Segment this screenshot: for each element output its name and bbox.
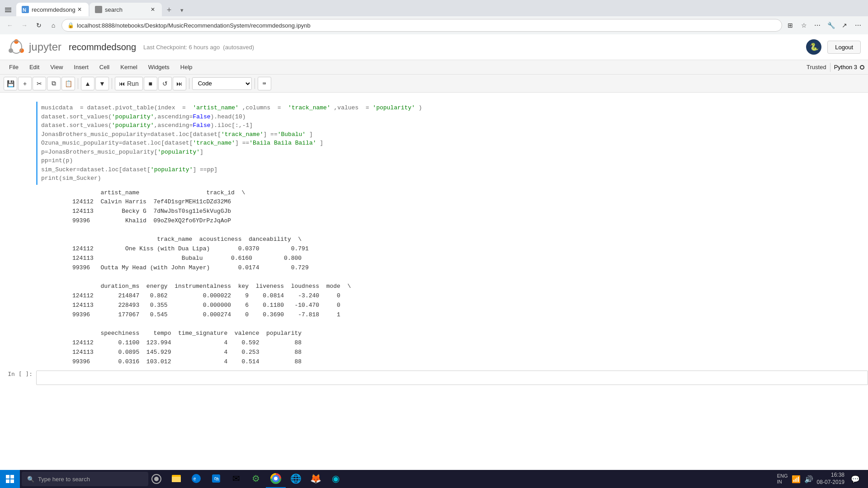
jupyter-logo-icon (7, 38, 25, 56)
start-button[interactable] (0, 470, 20, 488)
mail-icon: ✉ (232, 473, 240, 484)
notification-button[interactable]: 💬 (848, 470, 863, 488)
notebook-title[interactable]: recommdedsong (69, 42, 136, 52)
keyboard-shortcuts-button[interactable]: ⌨ (258, 77, 271, 90)
taskbar-search-bar[interactable]: 🔍 Type here to search (22, 472, 148, 486)
systray-wifi[interactable]: 📶 (792, 475, 801, 483)
taskbar-explorer-icon (171, 473, 182, 484)
reader-view-button[interactable]: ⊞ (784, 19, 797, 32)
paste-button[interactable]: 📋 (61, 77, 75, 90)
cell-type-select[interactable]: Code Markdown Raw NBConvert Heading (192, 77, 252, 90)
menu-divider (830, 63, 830, 72)
logout-button[interactable]: Logout (827, 41, 861, 54)
address-bar[interactable]: 🔒 localhost:8888/notebooks/Desktop/Music… (61, 19, 782, 32)
taskbar-right: ENGIN 📶 🔊 16:38 08-07-2019 💬 (777, 470, 868, 488)
stop-button[interactable]: ■ (144, 77, 157, 90)
taskbar-app-mail[interactable]: ✉ (226, 470, 246, 488)
home-button[interactable]: ⌂ (47, 19, 60, 32)
menu-edit[interactable]: Edit (24, 62, 45, 72)
svg-text:N: N (23, 7, 26, 13)
taskbar: 🔍 Type here to search e 🛍 (0, 470, 868, 488)
menu-insert[interactable]: Insert (68, 62, 94, 72)
app3-icon: ⚙ (252, 473, 260, 484)
taskbar-app-chrome[interactable] (266, 470, 286, 488)
taskbar-app-store[interactable]: 🛍 (206, 470, 226, 488)
share-button[interactable]: ↗ (838, 19, 851, 32)
firefox-icon: 🦊 (310, 473, 321, 484)
toolbar-sep-4 (255, 78, 255, 89)
taskbar-app-browser[interactable]: e (186, 470, 206, 488)
menu-file[interactable]: File (4, 62, 24, 72)
tab-close-search[interactable]: ✕ (149, 6, 156, 13)
toolbar-sep-1 (78, 78, 78, 89)
move-down-button[interactable]: ▼ (95, 77, 109, 90)
run-button[interactable]: ⏮Run (115, 77, 143, 90)
restart-run-button[interactable]: ⏭ (173, 77, 186, 90)
address-text: localhost:8888/notebooks/Desktop/MusicRe… (77, 22, 776, 29)
taskbar-app-explorer[interactable] (166, 470, 186, 488)
add-cell-button[interactable]: + (18, 77, 32, 90)
tab-search[interactable]: search ✕ (90, 3, 162, 16)
menu-bar: File Edit View Insert Cell Kernel Widget… (0, 60, 868, 75)
taskbar-app-4[interactable]: ◉ (326, 470, 345, 488)
taskbar-date: 08-07-2019 (817, 479, 844, 486)
taskbar-app-firefox[interactable]: 🦊 (306, 470, 326, 488)
menu-cell[interactable]: Cell (94, 62, 115, 72)
taskbar-browser-icon: e (191, 473, 202, 484)
tab-recommdedsong[interactable]: N recommdedsong ✕ (16, 3, 89, 16)
svg-text:🐍: 🐍 (810, 42, 819, 51)
bookmark-button[interactable]: ☆ (797, 19, 810, 32)
restart-button[interactable]: ↺ (158, 77, 172, 90)
more-button[interactable]: ⋯ (852, 19, 864, 32)
trusted-badge: Trusted (807, 64, 826, 70)
menu-widgets[interactable]: Widgets (143, 62, 175, 72)
jupyter-logo: jupyter (7, 38, 61, 56)
cortana-button[interactable] (148, 471, 165, 487)
systray-volume[interactable]: 🔊 (804, 475, 813, 483)
back-button[interactable]: ← (4, 19, 16, 32)
taskbar-clock: 16:38 08-07-2019 (817, 472, 844, 486)
kernel-status-circle (860, 65, 864, 70)
output-indicator (0, 187, 36, 369)
tab-favicon-recommdedsong: N (22, 6, 29, 13)
jupyter-header-right: 🐍 Logout (806, 39, 861, 55)
cell-indicator (0, 102, 36, 185)
python-logo: 🐍 (806, 39, 822, 55)
nav-actions: ⊞ ☆ ⋯ 🔧 ↗ ⋯ (784, 19, 864, 32)
code-area: musicdata = dataset.pivot_table(index = … (41, 103, 864, 183)
empty-cell-input[interactable] (36, 371, 868, 385)
tab-close-recommdedsong[interactable]: ✕ (76, 6, 83, 13)
menu-kernel[interactable]: Kernel (115, 62, 143, 72)
svg-rect-15 (172, 477, 181, 482)
svg-rect-1 (5, 9, 11, 10)
output-cell: artist_name track_id \ 124112 Calvin Har… (0, 187, 868, 369)
taskbar-app-3[interactable]: ⚙ (246, 470, 266, 488)
taskbar-apps: e 🛍 ✉ ⚙ 🌐 🦊 (166, 470, 345, 488)
systray: ENGIN 📶 🔊 (777, 473, 813, 485)
refresh-button[interactable]: ↻ (33, 19, 45, 32)
move-up-button[interactable]: ▲ (81, 77, 94, 90)
svg-point-13 (154, 477, 159, 481)
copy-button[interactable]: ⧉ (47, 77, 61, 90)
menu-view[interactable]: View (45, 62, 68, 72)
forward-button[interactable]: → (18, 19, 31, 32)
address-lock-icon: 🔒 (67, 22, 74, 28)
cut-button[interactable]: ✂ (33, 77, 46, 90)
code-cell: musicdata = dataset.pivot_table(index = … (0, 102, 868, 185)
new-tab-button[interactable]: + (163, 4, 175, 16)
taskbar-app-ie[interactable]: 🌐 (286, 470, 306, 488)
jupyter-wordmark: jupyter (29, 41, 61, 53)
svg-rect-0 (5, 8, 11, 9)
cell-code-content[interactable]: musicdata = dataset.pivot_table(index = … (36, 102, 868, 185)
save-button[interactable]: 💾 (4, 77, 17, 90)
taskbar-chrome-icon (270, 473, 281, 484)
taskbar-search-icon: 🔍 (27, 476, 34, 483)
extensions-button[interactable]: 🔧 (825, 19, 837, 32)
windows-logo (6, 475, 14, 483)
taskbar-search-text: Type here to search (38, 476, 90, 483)
browser-settings-button[interactable]: ⋯ (811, 19, 824, 32)
menu-help[interactable]: Help (175, 62, 198, 72)
svg-text:e: e (193, 476, 196, 481)
taskbar-store-icon: 🛍 (211, 473, 222, 484)
tab-dropdown-button[interactable]: ▾ (175, 4, 188, 16)
